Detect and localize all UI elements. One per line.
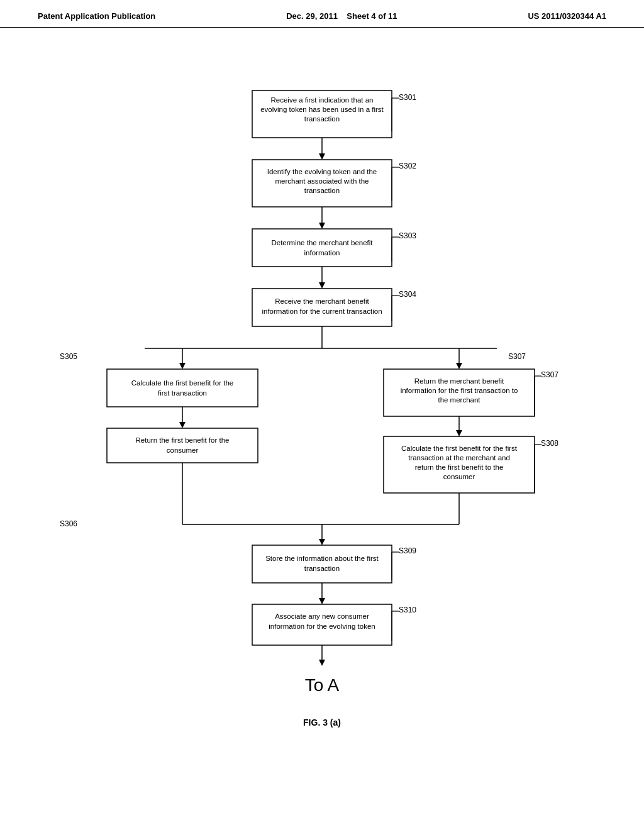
s306-box: [107, 428, 258, 463]
s304-text-line2: information for the current transaction: [262, 307, 382, 315]
s301-text-line2: evolving token has been used in a first: [260, 106, 384, 113]
s306-text-line2: consumer: [167, 446, 199, 454]
to-a-label: To A: [305, 675, 340, 695]
s302-label: S302: [399, 162, 416, 170]
s302-text-line3: transaction: [304, 187, 340, 194]
arrow-s305-s306-head: [179, 422, 186, 428]
arrow-s303-s304-head: [319, 282, 325, 289]
s305-box: [107, 369, 258, 407]
s305-label: S305: [60, 352, 77, 361]
flowchart-svg: Receive a first indication that an evolv…: [0, 28, 644, 782]
s308-text-line2: transaction at the merchant and: [408, 454, 510, 462]
arrow-s302-s303-head: [319, 223, 325, 229]
s307-text-line2: information for the first transaction to: [401, 387, 518, 394]
s310-text-line2: information for the evolving token: [269, 622, 375, 630]
fig-caption: FIG. 3 (a): [303, 717, 341, 728]
s301-text-line1: Receive a first indication that an: [270, 96, 373, 104]
s309-text-line1: Store the information about the first: [265, 555, 379, 562]
arrow-s310-toa-head: [319, 660, 325, 666]
arrow-s309-s310-head: [319, 598, 325, 604]
s310-text-line1: Associate any new consumer: [275, 612, 369, 620]
arrow-to-s305-head: [179, 363, 186, 369]
s304-label: S304: [399, 290, 416, 299]
s309-label: S309: [399, 546, 416, 555]
header-center-text: Dec. 29, 2011 Sheet 4 of 11: [286, 11, 397, 21]
s310-label: S310: [399, 606, 416, 614]
s307-label-right: S307: [541, 370, 558, 379]
s303-text-line1: Determine the merchant benefit: [271, 239, 373, 246]
arrow-merge-s309-head: [319, 539, 325, 545]
s308-text-line4: consumer: [443, 473, 475, 480]
s308-text-line1: Calculate the first benefit for the firs…: [401, 445, 518, 452]
s309-box: [252, 545, 392, 583]
diagram-area: Receive a first indication that an evolv…: [0, 28, 644, 782]
s306-label-bottom: S306: [60, 519, 77, 528]
s307-text-line1: Return the merchant benefit: [414, 377, 504, 385]
page-header: Patent Application Publication Dec. 29, …: [0, 0, 644, 28]
s303-text-line2: information: [304, 249, 340, 257]
s308-label-right: S308: [541, 439, 558, 448]
s304-text-line1: Receive the merchant benefit: [275, 297, 369, 305]
s309-text-line2: transaction: [304, 565, 340, 572]
header-right-text: US 2011/0320344 A1: [528, 11, 606, 21]
s305-text-line1: Calculate the first benefit for the: [131, 379, 233, 387]
s305-text-line2: first transaction: [158, 389, 207, 397]
arrow-s301-s302-head: [319, 153, 325, 160]
s308-text-line3: return the first benefit to the: [415, 463, 504, 471]
s307-label: S307: [508, 352, 526, 361]
s302-text-line1: Identify the evolving token and the: [267, 168, 377, 175]
s307-text-line3: the merchant: [438, 396, 480, 404]
s301-label: S301: [399, 93, 416, 102]
page: Patent Application Publication Dec. 29, …: [0, 0, 644, 830]
s301-text-line3: transaction: [304, 115, 340, 123]
header-left-text: Patent Application Publication: [38, 11, 155, 21]
s303-box: [252, 229, 392, 267]
s302-text-line2: merchant associated with the: [275, 177, 369, 185]
s306-text-line1: Return the first benefit for the: [136, 436, 230, 444]
arrow-s307-s308-head: [456, 430, 462, 436]
arrow-to-s307-head: [456, 363, 462, 369]
s303-label: S303: [399, 231, 416, 240]
